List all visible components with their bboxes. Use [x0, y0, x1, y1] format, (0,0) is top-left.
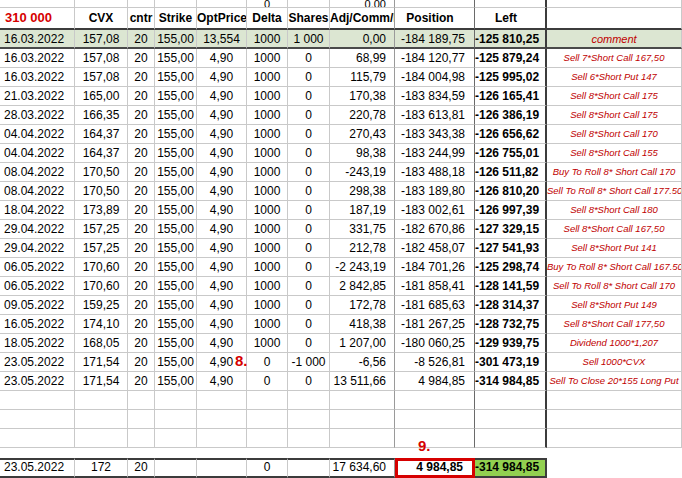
cell-shares[interactable] [288, 391, 330, 410]
summary-cell-left[interactable]: -314 984,85 [475, 458, 547, 478]
cell-cvx[interactable]: 157,08 [75, 49, 128, 68]
cell-date[interactable]: 16.05.2022 [0, 315, 75, 334]
cell-delta[interactable]: 1000 [247, 125, 288, 144]
cell-cvx[interactable]: 170,50 [75, 163, 128, 182]
cell-position[interactable]: -183 244,99 [395, 144, 475, 163]
cell-adj[interactable]: 298,38 [330, 182, 395, 201]
cell-comment[interactable]: Sell To Roll 8* Short Call 177.50 [547, 182, 682, 201]
cell-position[interactable]: -182 458,07 [395, 239, 475, 258]
cell-comment[interactable]: Sell To Roll 8* Short Call 170 [547, 277, 682, 296]
summary-cell-shares[interactable] [288, 458, 330, 478]
cell-delta[interactable]: 1000 [247, 49, 288, 68]
cell-position[interactable]: -181 267,25 [395, 315, 475, 334]
summary-cell-strike[interactable] [155, 458, 197, 478]
cell-strike[interactable] [155, 0, 197, 8]
cell-adj[interactable]: 0,00 [330, 0, 395, 8]
cell-cntr[interactable]: 20 [128, 49, 155, 68]
cell-cntr[interactable]: 20 [128, 220, 155, 239]
cell-shares[interactable]: 0 [288, 106, 330, 125]
cell-left[interactable]: -128 314,37 [475, 296, 547, 315]
cell-optprice[interactable]: 4,90 [197, 315, 247, 334]
cell-strike[interactable]: 155,00 [155, 144, 197, 163]
cell-left[interactable]: -128 732,75 [475, 315, 547, 334]
cell-cvx[interactable] [75, 429, 128, 448]
cell-date[interactable]: 16.03.2022 [0, 49, 75, 68]
cell-date[interactable]: 04.04.2022 [0, 125, 75, 144]
cell-position[interactable]: -182 670,86 [395, 220, 475, 239]
cell-comment[interactable] [547, 429, 682, 448]
cell-adj[interactable] [330, 429, 395, 448]
cell-adj[interactable]: 1 207,00 [330, 334, 395, 353]
cell-left[interactable] [475, 429, 547, 448]
cell-shares[interactable]: 0 [288, 182, 330, 201]
cell-cntr[interactable]: 20 [128, 296, 155, 315]
cell-adj[interactable]: -2 243,19 [330, 258, 395, 277]
cell-optprice[interactable] [197, 0, 247, 8]
cell-strike[interactable]: 155,00 [155, 296, 197, 315]
cell-date[interactable]: 23.05.2022 [0, 372, 75, 391]
cell-shares[interactable] [288, 410, 330, 429]
cell-strike[interactable]: 155,00 [155, 106, 197, 125]
cell-comment[interactable]: Sell 8*Short Call 155 [547, 144, 682, 163]
cell-strike[interactable]: 155,00 [155, 163, 197, 182]
cell-adj[interactable]: -243,19 [330, 163, 395, 182]
cell-cvx[interactable]: 171,54 [75, 372, 128, 391]
cell-cntr[interactable]: 20 [128, 277, 155, 296]
cell-date[interactable] [0, 410, 75, 429]
header-adj[interactable]: Adj/Comm/Div [330, 8, 395, 30]
cell-strike[interactable]: 155,00 [155, 258, 197, 277]
cell-delta[interactable]: 1000 [247, 220, 288, 239]
cell-cntr[interactable]: 20 [128, 125, 155, 144]
cell-adj[interactable]: 2 842,85 [330, 277, 395, 296]
cell-strike[interactable] [155, 391, 197, 410]
summary-cell-date[interactable]: 23.05.2022 [0, 458, 75, 478]
cell-cvx[interactable] [75, 391, 128, 410]
header-shares[interactable]: Shares [288, 8, 330, 30]
cell-position[interactable]: -183 834,59 [395, 87, 475, 106]
cell-position[interactable] [395, 391, 475, 410]
cell-date[interactable]: 16.03.2022 [0, 30, 75, 49]
cell-optprice[interactable]: 4,90 [197, 201, 247, 220]
cell-adj[interactable]: 68,99 [330, 49, 395, 68]
cell-date[interactable]: 06.05.2022 [0, 277, 75, 296]
cell-left[interactable]: -125 995,02 [475, 68, 547, 87]
cell-cvx[interactable]: 170,50 [75, 182, 128, 201]
cell-optprice[interactable]: 4,90 [197, 144, 247, 163]
cell-cntr[interactable]: 20 [128, 201, 155, 220]
cell-strike[interactable] [155, 429, 197, 448]
cell-adj[interactable]: 270,43 [330, 125, 395, 144]
cell-strike[interactable]: 155,00 [155, 125, 197, 144]
cell-cntr[interactable]: 20 [128, 87, 155, 106]
cell-shares[interactable]: 0 [288, 144, 330, 163]
cell-delta[interactable]: 0 [247, 0, 288, 8]
cell-left[interactable]: -126 997,39 [475, 201, 547, 220]
cell-position[interactable]: 4 984,85 [395, 372, 475, 391]
cell-delta[interactable]: 1000 [247, 315, 288, 334]
cell-date[interactable] [0, 429, 75, 448]
cell-comment[interactable] [547, 0, 682, 8]
summary-cell-comment[interactable] [547, 458, 682, 478]
header-delta[interactable]: Delta [247, 8, 288, 30]
cell-adj[interactable]: 187,19 [330, 201, 395, 220]
cell-delta[interactable]: 1000 [247, 68, 288, 87]
cell-cvx[interactable]: 166,35 [75, 106, 128, 125]
summary-cell-position[interactable]: 4 984,85 [395, 458, 475, 478]
cell-left[interactable]: -129 939,75 [475, 334, 547, 353]
cell-cntr[interactable]: 20 [128, 258, 155, 277]
cell-strike[interactable]: 155,00 [155, 201, 197, 220]
cell-cvx[interactable]: 157,08 [75, 30, 128, 49]
cell-cvx[interactable]: 164,37 [75, 125, 128, 144]
cell-adj[interactable]: 172,78 [330, 296, 395, 315]
cell-comment[interactable]: Sell 8*Short Call 177,50 [547, 315, 682, 334]
cell-comment[interactable]: Sell 8*Short Call 175 [547, 106, 682, 125]
cell-left[interactable]: -125 879,24 [475, 49, 547, 68]
cell-position[interactable]: -184 701,26 [395, 258, 475, 277]
cell-cvx[interactable] [75, 0, 128, 8]
cell-shares[interactable]: 0 [288, 68, 330, 87]
cell-date[interactable]: 28.03.2022 [0, 106, 75, 125]
cell-date[interactable] [0, 391, 75, 410]
cell-adj[interactable] [330, 410, 395, 429]
cell-position[interactable]: -181 685,63 [395, 296, 475, 315]
cell-left[interactable]: -128 141,59 [475, 277, 547, 296]
cell-optprice[interactable]: 4,90 [197, 125, 247, 144]
